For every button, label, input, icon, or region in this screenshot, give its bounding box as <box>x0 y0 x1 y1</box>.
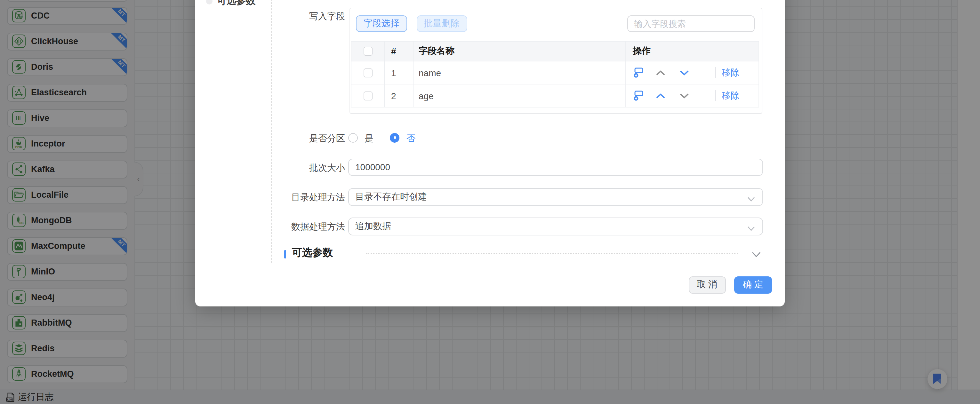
move-down-icon[interactable] <box>679 92 689 99</box>
app-root: CDC CDC MT ClickHouse MT Doris MT Elasti… <box>0 0 980 404</box>
partition-label: 是否分区 <box>262 133 345 144</box>
optional-params-title[interactable]: 可选参数 <box>292 246 333 260</box>
data-method-value: 追加数据 <box>355 221 391 232</box>
row-field-name: age <box>414 84 626 107</box>
ops-divider <box>715 67 715 78</box>
row-field-name: name <box>414 62 626 84</box>
ops-header: 操作 <box>626 41 758 61</box>
row-index: 1 <box>385 62 414 84</box>
batch-size-input[interactable]: 1000000 <box>348 158 763 176</box>
section-dotted-divider <box>366 252 738 253</box>
insert-row-icon[interactable] <box>633 67 643 78</box>
move-down-icon[interactable] <box>679 70 689 76</box>
partition-yes-label[interactable]: 是 <box>364 133 374 144</box>
dir-method-label: 目录处理方法 <box>262 192 345 203</box>
chevron-down-icon <box>747 223 755 233</box>
partition-no-radio[interactable] <box>390 133 399 143</box>
move-up-icon[interactable] <box>655 92 665 99</box>
write-fields-label: 写入字段 <box>262 11 345 22</box>
table-header-row: # 字段名称 操作 <box>352 41 758 62</box>
remove-link[interactable]: 移除 <box>722 90 740 101</box>
batch-size-label: 批次大小 <box>262 162 345 174</box>
table-row: 1 name 移除 <box>352 62 758 84</box>
section-expand-chevron-icon[interactable] <box>751 249 761 260</box>
section-bullet-icon <box>206 0 213 4</box>
dir-method-select[interactable]: 目录不存在时创建 <box>348 188 763 206</box>
row-checkbox[interactable] <box>363 91 372 100</box>
row-index: 2 <box>385 84 414 107</box>
dir-method-value: 目录不存在时创建 <box>355 191 427 203</box>
field-select-button[interactable]: 字段选择 <box>356 15 407 32</box>
move-up-icon[interactable] <box>655 70 665 76</box>
cancel-button[interactable]: 取 消 <box>689 276 725 294</box>
select-all-checkbox[interactable] <box>363 47 372 55</box>
table-row: 2 age 移除 <box>352 84 758 108</box>
data-method-select[interactable]: 追加数据 <box>348 217 763 235</box>
row-checkbox[interactable] <box>363 68 372 77</box>
chevron-down-icon <box>747 194 755 204</box>
partition-yes-radio[interactable] <box>348 133 358 143</box>
fields-table: # 字段名称 操作 1 name 移除 2 age <box>351 41 759 108</box>
confirm-button[interactable]: 确 定 <box>734 276 772 294</box>
ops-divider <box>715 90 715 101</box>
batch-delete-button[interactable]: 批量删除 <box>417 15 467 32</box>
partition-no-label[interactable]: 否 <box>406 133 415 144</box>
section-accent-bar <box>284 250 286 258</box>
field-search-input[interactable] <box>627 15 754 32</box>
previous-section-title: 可选参数 <box>217 0 255 7</box>
field-name-header: 字段名称 <box>414 41 626 61</box>
insert-row-icon[interactable] <box>633 90 643 101</box>
data-method-label: 数据处理方法 <box>262 221 345 233</box>
index-header: # <box>385 41 414 61</box>
writer-config-modal: 可选参数 写入字段 字段选择 批量删除 # 字段名称 操作 1 name <box>195 0 785 306</box>
remove-link[interactable]: 移除 <box>722 67 740 78</box>
